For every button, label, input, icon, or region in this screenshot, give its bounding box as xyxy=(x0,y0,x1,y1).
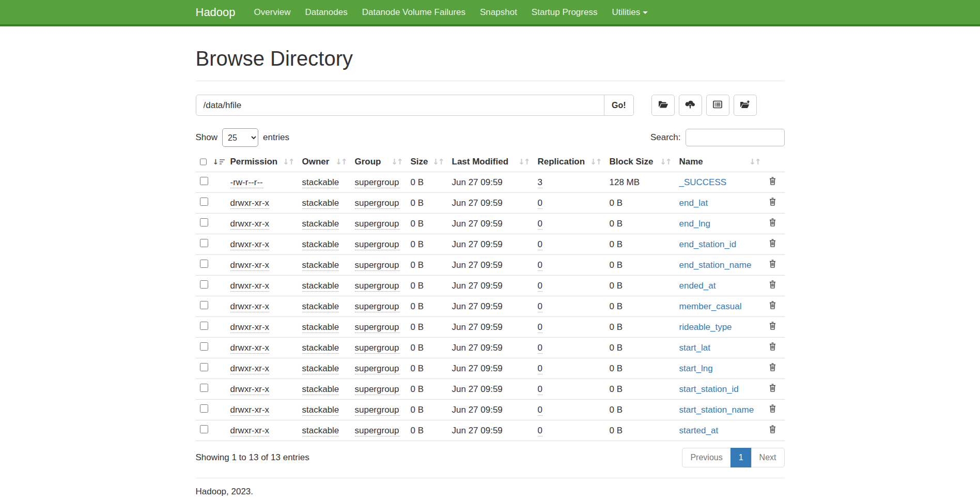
replication-value[interactable]: 0 xyxy=(538,405,542,416)
file-name-link[interactable]: end_station_name xyxy=(679,260,752,270)
pagination-previous[interactable]: Previous xyxy=(682,448,730,467)
group-value[interactable]: supergroup xyxy=(355,405,399,416)
row-checkbox[interactable] xyxy=(200,404,208,413)
header-permission[interactable]: Permission↓↑ xyxy=(226,152,298,172)
permission-value[interactable]: drwxr-xr-x xyxy=(230,301,270,312)
file-name-link[interactable]: ended_at xyxy=(679,281,716,291)
delete-button[interactable] xyxy=(769,425,776,433)
permission-value[interactable]: drwxr-xr-x xyxy=(230,198,270,209)
file-name-link[interactable]: start_lat xyxy=(679,343,710,353)
create-directory-button[interactable] xyxy=(651,95,675,116)
delete-button[interactable] xyxy=(769,322,776,330)
row-checkbox[interactable] xyxy=(200,239,208,247)
nav-item-datanode-volume-failures[interactable]: Datanode Volume Failures xyxy=(355,7,473,18)
replication-value[interactable]: 0 xyxy=(538,239,542,250)
delete-button[interactable] xyxy=(769,239,776,247)
file-name-link[interactable]: end_lng xyxy=(679,219,711,229)
file-name-link[interactable]: start_station_name xyxy=(679,405,754,415)
file-name-link[interactable]: end_station_id xyxy=(679,239,737,249)
owner-value[interactable]: stackable xyxy=(302,177,339,188)
delete-button[interactable] xyxy=(769,198,776,206)
file-name-link[interactable]: start_lng xyxy=(679,364,713,373)
group-value[interactable]: supergroup xyxy=(355,219,399,230)
delete-button[interactable] xyxy=(769,280,776,289)
group-value[interactable]: supergroup xyxy=(355,198,399,209)
delete-button[interactable] xyxy=(769,363,776,371)
permission-value[interactable]: drwxr-xr-x xyxy=(230,322,270,333)
nav-item-startup-progress[interactable]: Startup Progress xyxy=(524,7,605,18)
row-checkbox[interactable] xyxy=(200,301,208,309)
select-all-checkbox[interactable] xyxy=(200,158,207,166)
permission-value[interactable]: drwxr-xr-x xyxy=(230,384,270,395)
owner-value[interactable]: stackable xyxy=(302,260,339,271)
upload-file-button[interactable] xyxy=(679,95,702,116)
delete-button[interactable] xyxy=(769,177,776,185)
owner-value[interactable]: stackable xyxy=(302,322,339,333)
replication-value[interactable]: 0 xyxy=(538,281,542,292)
delete-button[interactable] xyxy=(769,218,776,226)
replication-value[interactable]: 0 xyxy=(538,260,542,271)
group-value[interactable]: supergroup xyxy=(355,364,399,374)
nav-item-overview[interactable]: Overview xyxy=(247,7,298,18)
delete-button[interactable] xyxy=(769,384,776,392)
owner-value[interactable]: stackable xyxy=(302,281,339,292)
permission-value[interactable]: drwxr-xr-x xyxy=(230,343,270,354)
row-checkbox[interactable] xyxy=(200,198,208,206)
group-value[interactable]: supergroup xyxy=(355,260,399,271)
owner-value[interactable]: stackable xyxy=(302,198,339,209)
permission-value[interactable]: drwxr-xr-x xyxy=(230,219,270,230)
replication-value[interactable]: 0 xyxy=(538,219,542,230)
replication-value[interactable]: 0 xyxy=(538,322,542,333)
paste-move-button[interactable] xyxy=(734,95,757,116)
owner-value[interactable]: stackable xyxy=(302,343,339,354)
replication-value[interactable]: 0 xyxy=(538,364,542,374)
nav-item-utilities-dropdown[interactable]: Utilities xyxy=(604,7,655,18)
group-value[interactable]: supergroup xyxy=(355,301,399,312)
permission-value[interactable]: drwxr-xr-x xyxy=(230,405,270,416)
header-block-size[interactable]: Block Size↓↑ xyxy=(605,152,675,172)
permission-value[interactable]: drwxr-xr-x xyxy=(230,239,270,250)
group-value[interactable]: supergroup xyxy=(355,322,399,333)
delete-button[interactable] xyxy=(769,342,776,351)
row-checkbox[interactable] xyxy=(200,280,208,289)
replication-value[interactable]: 0 xyxy=(538,301,542,312)
nav-item-datanodes[interactable]: Datanodes xyxy=(298,7,354,18)
directory-path-input[interactable] xyxy=(196,95,604,116)
row-checkbox[interactable] xyxy=(200,218,208,226)
replication-value[interactable]: 3 xyxy=(538,177,542,188)
header-replication[interactable]: Replication↓↑ xyxy=(534,152,605,172)
owner-value[interactable]: stackable xyxy=(302,426,339,436)
delete-button[interactable] xyxy=(769,301,776,309)
owner-value[interactable]: stackable xyxy=(302,239,339,250)
pagination-next[interactable]: Next xyxy=(751,448,785,467)
file-name-link[interactable]: _SUCCESS xyxy=(679,177,727,187)
group-value[interactable]: supergroup xyxy=(355,343,399,354)
row-checkbox[interactable] xyxy=(200,342,208,351)
owner-value[interactable]: stackable xyxy=(302,405,339,416)
search-input[interactable] xyxy=(686,129,785,146)
group-value[interactable]: supergroup xyxy=(355,239,399,250)
header-size[interactable]: Size↓↑ xyxy=(407,152,448,172)
file-name-link[interactable]: end_lat xyxy=(679,198,708,208)
file-name-link[interactable]: start_station_id xyxy=(679,384,739,394)
delete-button[interactable] xyxy=(769,404,776,413)
file-name-link[interactable]: member_casual xyxy=(679,301,742,311)
nav-item-snapshot[interactable]: Snapshot xyxy=(473,7,524,18)
header-select-all[interactable]: ↓ xyxy=(196,152,226,172)
file-name-link[interactable]: rideable_type xyxy=(679,322,732,332)
permission-value[interactable]: drwxr-xr-x xyxy=(230,364,270,374)
owner-value[interactable]: stackable xyxy=(302,301,339,312)
row-checkbox[interactable] xyxy=(200,260,208,268)
group-value[interactable]: supergroup xyxy=(355,281,399,292)
replication-value[interactable]: 0 xyxy=(538,384,542,395)
file-name-link[interactable]: started_at xyxy=(679,426,719,435)
group-value[interactable]: supergroup xyxy=(355,426,399,436)
header-owner[interactable]: Owner↓↑ xyxy=(298,152,351,172)
owner-value[interactable]: stackable xyxy=(302,384,339,395)
row-checkbox[interactable] xyxy=(200,177,208,185)
pagination-page-1[interactable]: 1 xyxy=(730,448,752,467)
permission-value[interactable]: drwxr-xr-x xyxy=(230,281,270,292)
permission-value[interactable]: drwxr-xr-x xyxy=(230,426,270,436)
row-checkbox[interactable] xyxy=(200,363,208,371)
replication-value[interactable]: 0 xyxy=(538,343,542,354)
